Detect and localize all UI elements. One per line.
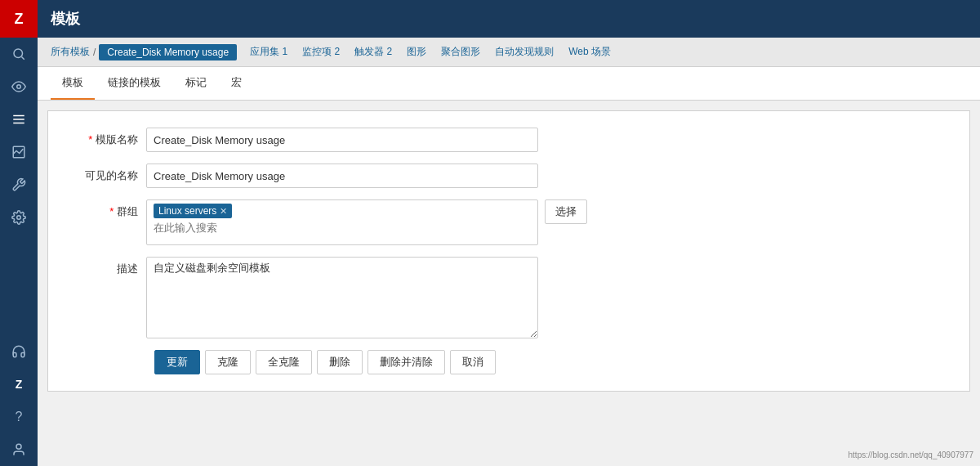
nav-tab-monitors[interactable]: 监控项 2 xyxy=(296,43,346,61)
nav-tabs-top: 应用集 1 监控项 2 触发器 2 图形 聚合图形 自动发现规则 Web 场景 xyxy=(243,43,617,61)
tab-template[interactable]: 模板 xyxy=(51,67,95,100)
main-content: 模板 所有模板 / Create_Disk Memory usage 应用集 1… xyxy=(38,0,980,466)
clone-button[interactable]: 克隆 xyxy=(205,350,251,374)
wrench-icon[interactable] xyxy=(0,168,38,201)
gear-icon[interactable] xyxy=(0,201,38,234)
nav-tab-aggregate-graph[interactable]: 聚合图形 xyxy=(434,43,487,61)
template-name-input[interactable] xyxy=(146,128,538,152)
group-field[interactable]: Linux servers ✕ xyxy=(146,199,538,245)
form-row-group: 群组 Linux servers ✕ 选择 xyxy=(73,199,945,245)
sidebar-logo[interactable]: Z xyxy=(0,0,38,38)
nav-tab-web-scenario[interactable]: Web 场景 xyxy=(562,43,617,61)
eye-icon[interactable] xyxy=(0,70,38,103)
svg-point-7 xyxy=(17,216,21,220)
page-header: 模板 xyxy=(38,0,980,38)
select-button[interactable]: 选择 xyxy=(545,199,587,224)
nav-tab-triggers[interactable]: 触发器 2 xyxy=(348,43,399,61)
visible-name-input[interactable] xyxy=(146,164,538,188)
page-title: 模板 xyxy=(51,9,80,29)
headset-icon[interactable] xyxy=(0,335,38,368)
description-input[interactable]: 自定义磁盘剩余空间模板 xyxy=(146,257,538,338)
nav-tab-graph[interactable]: 图形 xyxy=(400,43,433,61)
tab-tags[interactable]: 标记 xyxy=(174,67,218,100)
breadcrumb-nav: 所有模板 / Create_Disk Memory usage 应用集 1 监控… xyxy=(38,38,980,67)
group-tag-remove[interactable]: ✕ xyxy=(220,206,227,217)
form-container: 模版名称 可见的名称 群组 Linux servers ✕ xyxy=(47,110,970,392)
group-tag-linux-servers: Linux servers ✕ xyxy=(154,204,232,218)
svg-line-1 xyxy=(21,56,24,59)
description-label: 描述 xyxy=(73,257,146,276)
full-clone-button[interactable]: 全克隆 xyxy=(256,350,312,374)
svg-point-8 xyxy=(16,444,21,449)
group-label: 群组 xyxy=(73,199,146,219)
nav-tab-appsets[interactable]: 应用集 1 xyxy=(243,43,294,61)
search-icon[interactable] xyxy=(0,38,38,70)
tab-macros[interactable]: 宏 xyxy=(220,67,253,100)
content-area: 模板 链接的模板 标记 宏 模版名称 可见的名称 群组 xyxy=(38,67,980,466)
chart-icon[interactable] xyxy=(0,136,38,168)
svg-point-0 xyxy=(14,49,23,58)
question-icon[interactable]: ? xyxy=(0,401,38,433)
group-tags: Linux servers ✕ xyxy=(154,204,531,218)
sidebar-bottom: Z ? xyxy=(0,335,38,466)
visible-name-label: 可见的名称 xyxy=(73,164,146,183)
form-row-visible-name: 可见的名称 xyxy=(73,164,945,188)
group-search-input[interactable] xyxy=(154,222,531,234)
template-name-label: 模版名称 xyxy=(73,128,146,147)
form-row-template-name: 模版名称 xyxy=(73,128,945,152)
list-icon[interactable] xyxy=(0,103,38,136)
delete-button[interactable]: 删除 xyxy=(317,350,363,374)
sidebar: Z Z ? xyxy=(0,0,38,466)
action-buttons: 更新 克隆 全克隆 删除 删除并清除 取消 xyxy=(154,350,945,374)
breadcrumb-current[interactable]: Create_Disk Memory usage xyxy=(99,44,237,60)
form-row-description: 描述 自定义磁盘剩余空间模板 xyxy=(73,257,945,338)
svg-point-2 xyxy=(17,85,21,89)
cancel-button[interactable]: 取消 xyxy=(450,350,496,374)
group-tag-label: Linux servers xyxy=(158,205,216,217)
delete-clear-button[interactable]: 删除并清除 xyxy=(368,350,445,374)
breadcrumb-all-templates[interactable]: 所有模板 xyxy=(51,45,90,59)
nav-tab-auto-discovery[interactable]: 自动发现规则 xyxy=(488,43,560,61)
update-button[interactable]: 更新 xyxy=(154,350,200,374)
tab-linked-templates[interactable]: 链接的模板 xyxy=(96,67,172,100)
user-icon[interactable] xyxy=(0,433,38,466)
breadcrumb-separator: / xyxy=(93,47,96,58)
z-label-icon[interactable]: Z xyxy=(0,368,38,401)
tabs-bar: 模板 链接的模板 标记 宏 xyxy=(38,67,980,101)
